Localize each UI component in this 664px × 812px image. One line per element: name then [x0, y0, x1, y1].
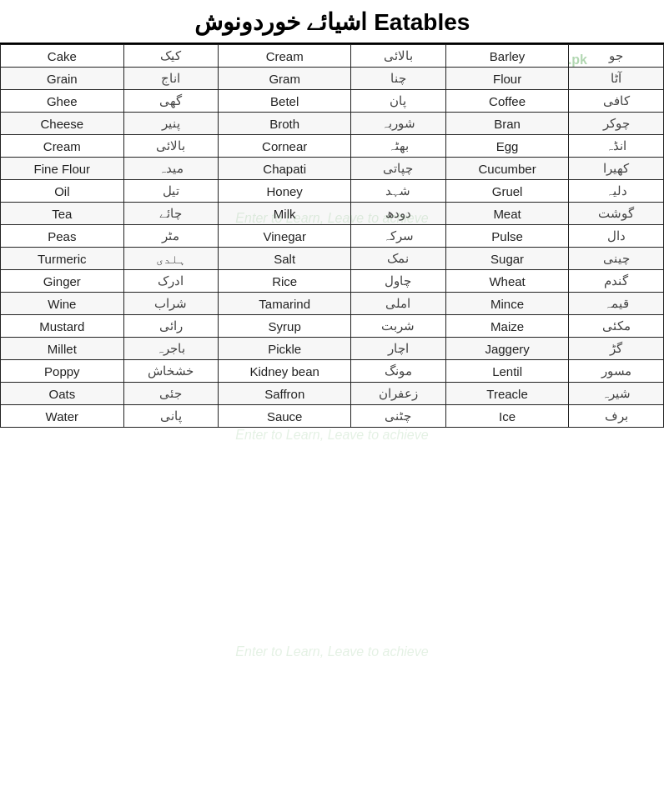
table-row: GrainاناجGramچناFlourآٹا — [1, 68, 664, 90]
table-row: OilتیلHoneyشہدGruelدلیہ — [1, 180, 664, 203]
table-row: Fine FlourمیدہChapatiچپاتیCucumberکھیرا — [1, 158, 664, 180]
table-row: GingerادرکRiceچاولWheatگندم — [1, 270, 664, 293]
table-row: PoppyخشخاشKidney beanمونگLentilمسور — [1, 360, 664, 383]
table-row: WaterپانیSauceچٹنیIceبرف — [1, 405, 664, 428]
table-row: CakeکیکCreamبالائیBarleyجو — [1, 45, 664, 68]
table-row: WineشرابTamarindاملیMinceقیمہ — [1, 293, 664, 315]
table-row: CreamبالائیCornearبھٹہEggانڈہ — [1, 135, 664, 158]
table-row: MilletباجرہPickleاچارJaggeryگڑ — [1, 338, 664, 360]
eatables-table: CakeکیکCreamبالائیBarleyجوGrainاناجGramچ… — [0, 44, 664, 428]
table-row: MustardرائیSyrupشربتMaizeمکئی — [1, 315, 664, 338]
table-row: TurmericہلدیSaltنمکSugarچینی — [1, 248, 664, 270]
table-row: OatsجئیSaffronزعفرانTreacleشیرہ — [1, 383, 664, 405]
page-title: اشیائے خوردونوش Eatables — [0, 0, 664, 44]
logo-pk: .pk — [568, 53, 587, 68]
table-row: PeasمٹرVinegarسرکہPulseدال — [1, 225, 664, 248]
table-row: TeaچائےMilkدودھMeatگوشت — [1, 203, 664, 225]
table-row: CheeseپنیرBrothشوربہBranچوکر — [1, 113, 664, 135]
table-row: GheeگھیBetelپانCoffeeکافی — [1, 90, 664, 113]
